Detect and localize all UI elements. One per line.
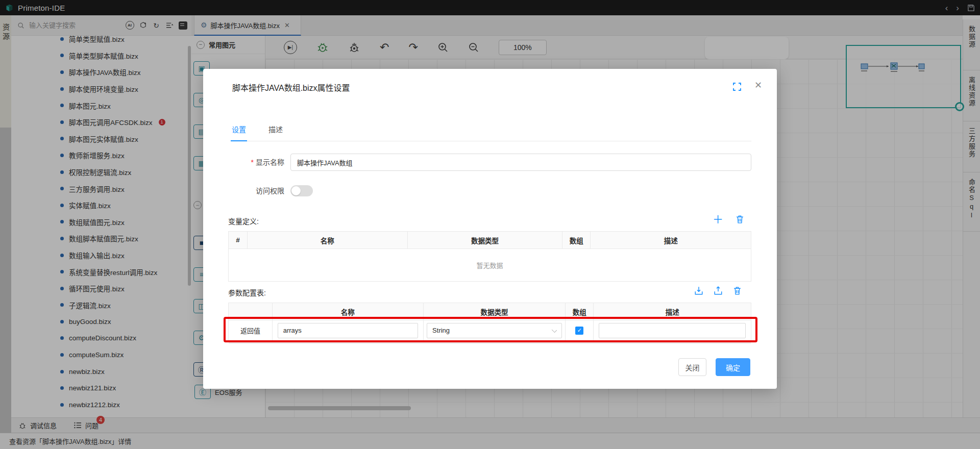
- close-button[interactable]: 关闭: [678, 358, 706, 376]
- col-index: #: [229, 232, 248, 249]
- primeton-ide-window: Primeton-IDE ‹ › 资源 AI ↻: [0, 0, 980, 449]
- display-name-input[interactable]: [290, 154, 751, 171]
- delete-variable-icon[interactable]: [736, 215, 744, 224]
- required-mark: *: [251, 158, 254, 166]
- display-name-label: *显示名称: [226, 154, 284, 171]
- tab-settings[interactable]: 设置: [232, 124, 246, 134]
- col-datatype: 数据类型: [407, 232, 562, 249]
- col-description: 描述: [594, 303, 751, 320]
- delete-param-icon[interactable]: [733, 286, 742, 295]
- variables-table: # 名称 数据类型 数组 描述 暂无数据: [228, 231, 751, 282]
- close-icon[interactable]: ✕: [754, 81, 762, 90]
- import-params-icon[interactable]: [694, 286, 703, 295]
- properties-modal: 脚本操作JAVA数组.bizx属性设置 ✕ 设置 描述 *显示名称 访问权限 变…: [203, 69, 777, 389]
- access-toggle[interactable]: [290, 185, 313, 196]
- param-array-checkbox[interactable]: [575, 327, 583, 335]
- ok-button[interactable]: 确定: [716, 358, 750, 376]
- col-datatype: 数据类型: [423, 303, 566, 320]
- variables-section-label: 变量定义:: [228, 216, 259, 226]
- params-table-scrollbar[interactable]: [229, 341, 751, 344]
- param-kind: 返回值: [229, 320, 273, 341]
- param-description-input[interactable]: [599, 323, 745, 338]
- empty-data-text: 暂无数据: [229, 249, 751, 282]
- fullscreen-icon[interactable]: [733, 83, 741, 91]
- modal-tabs: 设置 描述: [232, 124, 751, 141]
- tab-description[interactable]: 描述: [268, 124, 283, 134]
- col-name: 名称: [272, 303, 423, 320]
- col-array: 数组: [562, 232, 591, 249]
- col-description: 描述: [591, 232, 751, 249]
- access-label: 访问权限: [226, 182, 284, 199]
- col-array: 数组: [566, 303, 594, 320]
- params-section-label: 参数配置表:: [228, 287, 266, 297]
- chevron-down-icon: [552, 327, 557, 332]
- col-kind: [229, 303, 273, 320]
- export-params-icon[interactable]: [714, 286, 723, 295]
- params-table: 名称 数据类型 数组 描述 返回值 String: [228, 303, 751, 341]
- modal-title: 脚本操作JAVA数组.bizx属性设置: [232, 81, 350, 93]
- param-row-return-value: 返回值 String: [229, 320, 751, 341]
- param-name-input[interactable]: [278, 323, 418, 338]
- col-name: 名称: [247, 232, 407, 249]
- param-datatype-select[interactable]: String: [427, 323, 562, 338]
- add-variable-icon[interactable]: ＋: [713, 215, 723, 224]
